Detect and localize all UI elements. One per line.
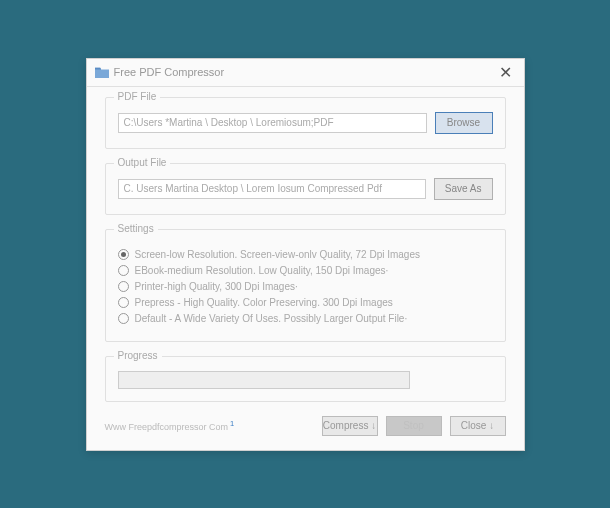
pdf-file-input[interactable] (118, 113, 427, 133)
settings-option-label: Printer-high Quality, 300 Dpi Images· (135, 281, 298, 292)
settings-option-0[interactable]: Screen-low Resolution. Screen-view-onlv … (118, 249, 493, 260)
titlebar: Free PDF Compressor ✕ (87, 59, 524, 87)
settings-option-3[interactable]: Prepress - High Quality. Color Preservin… (118, 297, 493, 308)
output-file-input[interactable] (118, 179, 426, 199)
settings-option-1[interactable]: EBook-medium Resolution. Low Quality, 15… (118, 265, 493, 276)
compress-button[interactable]: Compress ↓ (322, 416, 378, 436)
close-button[interactable]: Close ↓ (450, 416, 506, 436)
settings-option-label: Prepress - High Quality. Color Preservin… (135, 297, 393, 308)
progress-label: Progress (114, 350, 162, 361)
footer: Www Freepdfcompressor Com 1 Compress ↓ S… (105, 416, 506, 436)
settings-option-label: Default - A Wide Variety Of Uses. Possib… (135, 313, 408, 324)
progress-bar (118, 371, 411, 389)
close-icon[interactable]: ✕ (495, 63, 516, 82)
settings-group: Settings Screen-low Resolution. Screen-v… (105, 229, 506, 342)
output-file-group: Output File Save As (105, 163, 506, 215)
app-window: Free PDF Compressor ✕ PDF File Browse Ou… (86, 58, 525, 451)
settings-label: Settings (114, 223, 158, 234)
pdf-file-label: PDF File (114, 91, 161, 102)
pdf-file-group: PDF File Browse (105, 97, 506, 149)
radio-icon[interactable] (118, 265, 129, 276)
settings-option-label: EBook-medium Resolution. Low Quality, 15… (135, 265, 389, 276)
settings-option-4[interactable]: Default - A Wide Variety Of Uses. Possib… (118, 313, 493, 324)
progress-group: Progress (105, 356, 506, 402)
stop-button[interactable]: Stop (386, 416, 442, 436)
settings-option-label: Screen-low Resolution. Screen-view-onlv … (135, 249, 421, 260)
website-link[interactable]: Www Freepdfcompressor Com 1 (105, 419, 322, 432)
save-as-button[interactable]: Save As (434, 178, 493, 200)
radio-icon[interactable] (118, 313, 129, 324)
app-icon (95, 66, 109, 78)
window-title: Free PDF Compressor (114, 66, 495, 78)
browse-button[interactable]: Browse (435, 112, 493, 134)
output-file-label: Output File (114, 157, 171, 168)
radio-icon[interactable] (118, 249, 129, 260)
content-area: PDF File Browse Output File Save As Sett… (87, 87, 524, 450)
radio-icon[interactable] (118, 281, 129, 292)
radio-icon[interactable] (118, 297, 129, 308)
settings-option-2[interactable]: Printer-high Quality, 300 Dpi Images· (118, 281, 493, 292)
